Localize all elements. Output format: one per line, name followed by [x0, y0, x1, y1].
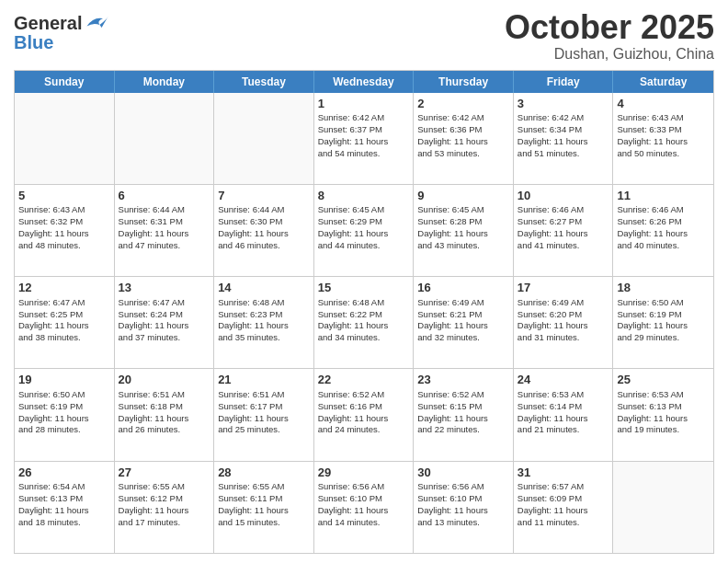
logo-blue-text: Blue [14, 33, 109, 52]
calendar-day-14: 14Sunrise: 6:48 AMSunset: 6:23 PMDayligh… [214, 277, 314, 368]
day-info-line: Sunset: 6:21 PM [417, 309, 509, 321]
calendar-row-3: 19Sunrise: 6:50 AMSunset: 6:19 PMDayligh… [15, 368, 713, 460]
calendar-day-4: 4Sunrise: 6:43 AMSunset: 6:33 PMDaylight… [613, 93, 713, 184]
day-info-line: Daylight: 11 hours [518, 320, 609, 332]
calendar-day-6: 6Sunrise: 6:44 AMSunset: 6:31 PMDaylight… [115, 185, 215, 276]
day-number: 12 [18, 280, 110, 296]
day-info-line: Sunset: 6:18 PM [119, 401, 210, 413]
calendar-day-16: 16Sunrise: 6:49 AMSunset: 6:21 PMDayligh… [414, 277, 514, 368]
calendar-day-15: 15Sunrise: 6:48 AMSunset: 6:22 PMDayligh… [314, 277, 415, 368]
day-info-line: and 51 minutes. [518, 148, 609, 160]
day-info-line: Daylight: 11 hours [617, 320, 710, 332]
day-info-line: Sunset: 6:23 PM [218, 309, 310, 321]
day-info-line: Sunset: 6:15 PM [417, 401, 509, 413]
day-info-line: Sunrise: 6:55 AM [119, 481, 210, 493]
day-info-line: and 48 minutes. [18, 240, 110, 252]
day-number: 15 [318, 280, 410, 296]
calendar-body: 1Sunrise: 6:42 AMSunset: 6:37 PMDaylight… [15, 93, 713, 553]
day-number: 6 [119, 188, 210, 204]
day-info-line: Sunset: 6:29 PM [318, 216, 410, 228]
day-info-line: Daylight: 11 hours [617, 136, 710, 148]
day-info-line: Sunset: 6:32 PM [18, 216, 110, 228]
day-info-line: Sunrise: 6:53 AM [617, 389, 710, 401]
day-info-line: and 34 minutes. [318, 332, 410, 344]
day-info-line: and 37 minutes. [119, 332, 210, 344]
day-info-line: Sunset: 6:16 PM [318, 401, 410, 413]
day-number: 26 [18, 465, 110, 481]
day-info-line: and 18 minutes. [18, 517, 110, 529]
day-info-line: Daylight: 11 hours [518, 413, 609, 425]
weekday-header-friday: Friday [514, 71, 614, 93]
day-info-line: Daylight: 11 hours [318, 136, 410, 148]
month-title: October 2025 [505, 9, 714, 46]
day-number: 8 [318, 188, 410, 204]
day-number: 3 [518, 96, 609, 112]
calendar-day-22: 22Sunrise: 6:52 AMSunset: 6:16 PMDayligh… [314, 369, 415, 460]
day-info-line: Sunrise: 6:46 AM [518, 204, 609, 216]
day-info-line: Daylight: 11 hours [518, 228, 609, 240]
day-number: 29 [318, 465, 410, 481]
day-info-line: and 40 minutes. [617, 240, 710, 252]
day-info-line: Sunrise: 6:56 AM [318, 481, 410, 493]
day-info-line: Sunset: 6:19 PM [18, 401, 110, 413]
day-number: 24 [518, 372, 609, 388]
day-info-line: Daylight: 11 hours [18, 505, 110, 517]
calendar-day-23: 23Sunrise: 6:52 AMSunset: 6:15 PMDayligh… [414, 369, 514, 460]
day-info-line: and 38 minutes. [18, 332, 110, 344]
calendar-row-0: 1Sunrise: 6:42 AMSunset: 6:37 PMDaylight… [15, 93, 713, 184]
calendar-cell-empty [613, 462, 713, 553]
weekday-header-saturday: Saturday [613, 71, 713, 93]
title-block: October 2025 Dushan, Guizhou, China [505, 9, 714, 63]
day-number: 7 [218, 188, 310, 204]
day-info-line: Daylight: 11 hours [617, 228, 710, 240]
day-info-line: Sunrise: 6:52 AM [417, 389, 509, 401]
day-info-line: Sunrise: 6:47 AM [119, 297, 210, 309]
weekday-header-monday: Monday [115, 71, 215, 93]
day-info-line: and 13 minutes. [417, 517, 509, 529]
calendar-day-19: 19Sunrise: 6:50 AMSunset: 6:19 PMDayligh… [15, 369, 115, 460]
day-number: 10 [518, 188, 609, 204]
day-number: 21 [218, 372, 310, 388]
day-info-line: Sunset: 6:10 PM [417, 493, 509, 505]
calendar-day-26: 26Sunrise: 6:54 AMSunset: 6:13 PMDayligh… [15, 462, 115, 553]
day-info-line: Daylight: 11 hours [318, 505, 410, 517]
weekday-header-thursday: Thursday [414, 71, 514, 93]
calendar-day-5: 5Sunrise: 6:43 AMSunset: 6:32 PMDaylight… [15, 185, 115, 276]
day-info-line: Sunset: 6:13 PM [617, 401, 710, 413]
location-title: Dushan, Guizhou, China [505, 46, 714, 63]
day-info-line: Sunset: 6:13 PM [18, 493, 110, 505]
day-info-line: Daylight: 11 hours [417, 505, 509, 517]
day-info-line: Sunset: 6:33 PM [617, 124, 710, 136]
logo-text: General [14, 14, 82, 32]
calendar-day-17: 17Sunrise: 6:49 AMSunset: 6:20 PMDayligh… [514, 277, 614, 368]
calendar-day-30: 30Sunrise: 6:56 AMSunset: 6:10 PMDayligh… [414, 462, 514, 553]
day-info-line: Daylight: 11 hours [18, 228, 110, 240]
day-info-line: Daylight: 11 hours [318, 320, 410, 332]
day-info-line: Daylight: 11 hours [518, 136, 609, 148]
day-info-line: and 54 minutes. [318, 148, 410, 160]
calendar-day-9: 9Sunrise: 6:45 AMSunset: 6:28 PMDaylight… [414, 185, 514, 276]
logo: General Blue [14, 9, 109, 52]
day-info-line: Daylight: 11 hours [318, 228, 410, 240]
day-info-line: and 24 minutes. [318, 424, 410, 436]
calendar-day-29: 29Sunrise: 6:56 AMSunset: 6:10 PMDayligh… [314, 462, 415, 553]
calendar-day-7: 7Sunrise: 6:44 AMSunset: 6:30 PMDaylight… [214, 185, 314, 276]
day-info-line: Sunrise: 6:51 AM [119, 389, 210, 401]
day-info-line: Sunset: 6:25 PM [18, 309, 110, 321]
day-info-line: and 25 minutes. [218, 424, 310, 436]
day-info-line: Sunset: 6:31 PM [119, 216, 210, 228]
day-info-line: and 26 minutes. [119, 424, 210, 436]
day-info-line: Daylight: 11 hours [417, 320, 509, 332]
day-info-line: Daylight: 11 hours [417, 136, 509, 148]
day-info-line: and 35 minutes. [218, 332, 310, 344]
day-number: 22 [318, 372, 410, 388]
day-info-line: Daylight: 11 hours [18, 413, 110, 425]
day-info-line: and 19 minutes. [617, 424, 710, 436]
calendar-row-4: 26Sunrise: 6:54 AMSunset: 6:13 PMDayligh… [15, 461, 713, 553]
day-number: 2 [417, 96, 509, 112]
day-info-line: Daylight: 11 hours [417, 413, 509, 425]
calendar-day-1: 1Sunrise: 6:42 AMSunset: 6:37 PMDaylight… [314, 93, 415, 184]
day-info-line: and 41 minutes. [518, 240, 609, 252]
day-info-line: Sunrise: 6:55 AM [218, 481, 310, 493]
day-number: 9 [417, 188, 509, 204]
